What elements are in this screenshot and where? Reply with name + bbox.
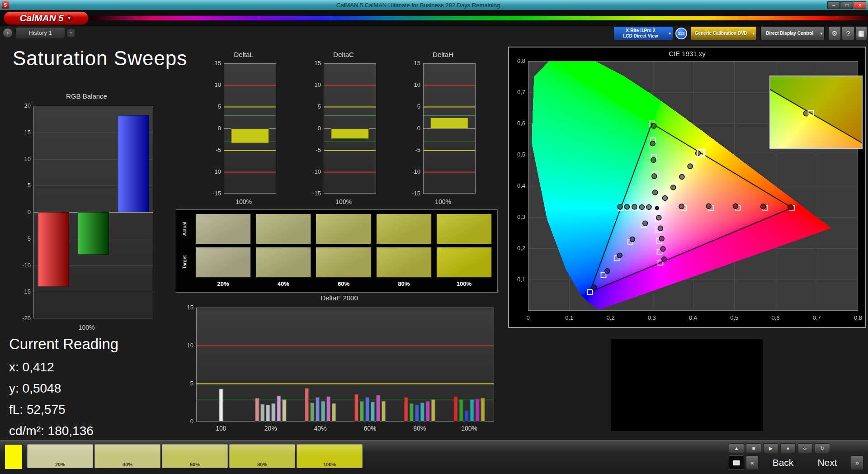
swatch-label: 80% (230, 462, 295, 467)
pattern-col-label-40%: 40% (255, 280, 311, 289)
pattern-swatch-actual-100% (436, 213, 492, 244)
bottom-swatch-60%[interactable]: 60% (162, 444, 228, 468)
swatch-label: 20% (28, 462, 93, 467)
current-reading-panel: Current Reading x: 0,412 y: 0,5048 fL: 5… (9, 336, 118, 445)
logo-row: CalMAN 5 ▾ (0, 10, 868, 26)
chevron-down-icon: ▾ (818, 31, 824, 36)
swatch-label: 100% (297, 462, 362, 467)
rainbow-strip (90, 16, 868, 20)
swatch-label: 40% (95, 462, 160, 467)
minimize-button[interactable]: – (827, 1, 840, 9)
pattern-swatch-target-80% (376, 247, 432, 278)
source-dropdown-text: Generic Calibration DVD (691, 31, 750, 36)
bottom-bar: 20%40%60%80%100% ▲■▶●∞↻ « Back Next » (0, 440, 868, 474)
calman-window: 5 CalMAN 5 CalMAN Ultimate for Business … (0, 0, 868, 474)
pattern-swatch-actual-40% (255, 213, 311, 244)
pattern-row-label-actual: Actual (182, 213, 191, 244)
meter-dropdown-text: X-Rite i1Pro 2 LCD Direct View (614, 28, 667, 39)
pattern-swatch-target-20% (195, 247, 251, 278)
panel-collapse-button[interactable]: › (3, 28, 13, 38)
pattern-col-label-20%: 20% (195, 280, 251, 289)
meter-dropdown[interactable]: X-Rite i1Pro 2 LCD Direct View ▾ (613, 26, 673, 40)
transport-controls: ▲■▶●∞↻ (729, 443, 830, 453)
pattern-swatch-actual-20% (195, 213, 251, 244)
rgb-balance-chart (15, 102, 158, 322)
source-dropdown[interactable]: Generic Calibration DVD ▾ (691, 26, 757, 40)
rgb-balance-title: RGB Balance (15, 92, 158, 100)
pattern-preview-window (611, 339, 763, 431)
chevron-down-icon: ▾ (667, 31, 673, 36)
next-button[interactable]: Next (806, 455, 849, 470)
meter-line1: X-Rite i1Pro 2 (626, 28, 655, 33)
display-control-text: Direct Display Control (761, 31, 818, 36)
pattern-swatch-target-60% (316, 247, 371, 278)
bottom-swatch-20%[interactable]: 20% (27, 444, 93, 468)
maximize-button[interactable]: □ (840, 1, 853, 9)
pattern-swatch-target-100% (436, 247, 492, 278)
current-pattern-patch (5, 444, 23, 469)
pattern-row-label-target: Target (182, 247, 191, 278)
play-button[interactable]: ▶ (763, 443, 778, 453)
delta-e-chart (180, 304, 499, 435)
pattern-swatch-target-40% (255, 247, 311, 278)
delta-h-xlabel: 100% (407, 198, 479, 205)
delta-c-title: DeltaC (307, 51, 380, 58)
pattern-window-button[interactable] (729, 455, 744, 470)
swatch-label: 60% (162, 462, 227, 467)
tab-history-1[interactable]: History 1 (15, 27, 65, 39)
layout-button[interactable]: ▦ (855, 26, 867, 40)
current-reading-title: Current Reading (9, 336, 118, 353)
pattern-window-icon (733, 460, 740, 465)
chevron-down-icon: ▾ (750, 31, 756, 36)
page-title: Saturation Sweeps (13, 47, 187, 70)
actual-target-pattern-table: ActualTarget20%40%60%80%100% (176, 209, 498, 293)
chevron-left-icon[interactable]: « (746, 455, 759, 470)
bottom-swatch-40%[interactable]: 40% (94, 444, 160, 468)
loop-button[interactable]: ∞ (797, 443, 813, 453)
window-title: CalMAN 5 CalMAN Ultimate for Business 28… (9, 2, 827, 9)
patch-count-badge: 225 (675, 28, 687, 39)
cie-zoom-inset (769, 76, 863, 149)
meter-line2: LCD Direct View (623, 33, 658, 39)
record-button[interactable]: ● (780, 443, 796, 453)
refresh-button[interactable]: ↻ (815, 443, 830, 453)
logo-version: 5 (58, 13, 64, 24)
titlebar: 5 CalMAN 5 CalMAN Ultimate for Business … (0, 0, 868, 10)
close-button[interactable]: × (854, 1, 866, 9)
delta-l-title: DeltaL (208, 51, 280, 58)
logo-brand: CalMAN (19, 13, 56, 24)
eject-button[interactable]: ▲ (729, 443, 744, 453)
delta-l-xlabel: 100% (208, 198, 280, 205)
chevron-right-icon[interactable]: » (851, 455, 863, 470)
pattern-col-label-100%: 100% (436, 280, 492, 289)
help-button[interactable]: ? (842, 26, 854, 40)
delta-l-chart (208, 61, 280, 196)
reading-fl: fL: 52,575 (9, 403, 118, 417)
reading-cdm2: cd/m²: 180,136 (9, 424, 118, 438)
pattern-swatch-actual-80% (376, 213, 432, 244)
cie-1931-panel (508, 47, 866, 328)
logo-menu-caret-icon[interactable]: ▾ (66, 15, 73, 22)
calman-logo: CalMAN 5 ▾ (4, 11, 89, 25)
back-button[interactable]: Back (761, 455, 805, 470)
window-controls: – □ × (827, 1, 866, 9)
bottom-swatch-80%[interactable]: 80% (229, 444, 295, 468)
add-tab-button[interactable]: + (67, 29, 75, 37)
reading-x: x: 0,412 (9, 360, 118, 374)
patterns-corner (182, 280, 191, 289)
app-icon: 5 (2, 1, 9, 9)
stop-button[interactable]: ■ (746, 443, 761, 453)
pattern-swatch-actual-60% (316, 213, 371, 244)
display-control-dropdown[interactable]: Direct Display Control ▾ (760, 26, 825, 40)
delta-h-title: DeltaH (407, 51, 479, 58)
pattern-col-label-80%: 80% (376, 280, 432, 289)
pattern-swatch-row: 20%40%60%80%100% (27, 444, 363, 468)
delta-c-chart (307, 61, 380, 196)
delta-h-chart (407, 61, 479, 196)
rgb-balance-xlabel: 100% (15, 324, 158, 331)
delta-c-xlabel: 100% (307, 198, 380, 205)
delta-e-title: DeltaE 2000 (180, 294, 499, 302)
pattern-col-label-60%: 60% (316, 280, 371, 289)
settings-gear-button[interactable]: ⚙ (828, 26, 841, 40)
bottom-swatch-100%[interactable]: 100% (297, 444, 363, 468)
